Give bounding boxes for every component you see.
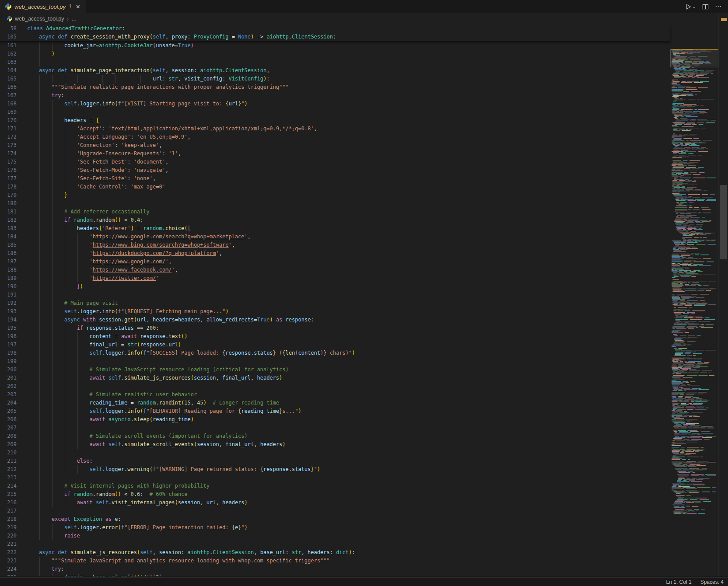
line-number[interactable]: 220 bbox=[0, 532, 17, 540]
code-line[interactable]: 216await self.visit_internal_pages(sessi… bbox=[0, 499, 670, 507]
line-number[interactable]: 197 bbox=[0, 341, 17, 349]
code-line[interactable]: 180 bbox=[0, 199, 670, 208]
code-line[interactable]: 221 bbox=[0, 540, 670, 548]
code-line[interactable]: 105async def create_session_with_proxy(s… bbox=[0, 33, 670, 41]
code-line[interactable]: 199 bbox=[0, 357, 670, 366]
line-number[interactable]: 190 bbox=[0, 283, 17, 291]
code-line[interactable]: 181# Add referrer occasionally bbox=[0, 208, 670, 216]
code-line[interactable]: 168self.logger.info(f"[VISIT] Starting p… bbox=[0, 100, 670, 108]
tab-web-access-tool[interactable]: web_access_tool.py 1 ✕ bbox=[0, 0, 86, 13]
code-line[interactable]: 185'https://www.bing.com/search?q=whop+s… bbox=[0, 241, 670, 249]
url-link[interactable]: https://www.facebook.com/ bbox=[93, 267, 172, 273]
line-number[interactable]: 164 bbox=[0, 66, 17, 75]
code-line[interactable]: 218except Exception as e: bbox=[0, 515, 670, 523]
line-number[interactable]: 201 bbox=[0, 374, 17, 382]
line-number[interactable]: 170 bbox=[0, 116, 17, 125]
breadcrumb-file[interactable]: web_access_tool.py bbox=[15, 16, 64, 22]
code-line[interactable]: 163 bbox=[0, 58, 670, 66]
line-number[interactable]: 204 bbox=[0, 399, 17, 407]
status-indentation[interactable]: Spaces: 4 bbox=[700, 579, 724, 585]
scrollbar-thumb[interactable] bbox=[720, 185, 727, 259]
code-lines[interactable]: 161cookie_jar=aiohttp.CookieJar(unsafe=T… bbox=[0, 42, 670, 577]
code-line[interactable]: 58class AdvancedTrafficGenerator: bbox=[0, 24, 670, 33]
code-line[interactable]: 187'https://www.google.com/', bbox=[0, 258, 670, 266]
code-line[interactable]: 184'https://www.google.com/search?q=whop… bbox=[0, 233, 670, 241]
line-number[interactable]: 212 bbox=[0, 465, 17, 474]
code-line[interactable]: 162) bbox=[0, 50, 670, 58]
line-number[interactable]: 174 bbox=[0, 150, 17, 158]
code-line[interactable]: 173'Connection': 'keep-alive', bbox=[0, 141, 670, 150]
code-line[interactable]: 191 bbox=[0, 291, 670, 299]
url-link[interactable]: https://www.bing.com/search?q=whop+softw… bbox=[93, 242, 229, 248]
line-number[interactable]: 171 bbox=[0, 125, 17, 133]
run-dropdown-chevron-icon[interactable]: ⌄ bbox=[693, 4, 696, 9]
line-number[interactable]: 216 bbox=[0, 499, 17, 507]
code-line[interactable]: 195if response.status == 200: bbox=[0, 324, 670, 332]
url-link[interactable]: https://duckduckgo.com/?q=whop+platform bbox=[93, 250, 216, 256]
line-number[interactable]: 178 bbox=[0, 183, 17, 191]
line-number[interactable]: 168 bbox=[0, 100, 17, 108]
code-editor[interactable]: 58class AdvancedTrafficGenerator:105asyn… bbox=[0, 24, 728, 577]
code-line[interactable]: 197final_url = str(response.url) bbox=[0, 341, 670, 349]
code-line[interactable]: 210 bbox=[0, 449, 670, 457]
line-number[interactable]: 199 bbox=[0, 357, 17, 366]
code-line[interactable]: 167try: bbox=[0, 91, 670, 100]
code-line[interactable]: 200# Simulate JavaScript resource loadin… bbox=[0, 366, 670, 374]
line-number[interactable]: 166 bbox=[0, 83, 17, 91]
code-line[interactable]: 220raise bbox=[0, 532, 670, 540]
code-line[interactable]: 194async with session.get(url, headers=h… bbox=[0, 316, 670, 324]
line-number[interactable]: 169 bbox=[0, 108, 17, 116]
split-editor-button[interactable] bbox=[702, 3, 709, 10]
line-number[interactable]: 188 bbox=[0, 266, 17, 274]
code-line[interactable]: 176'Sec-Fetch-Mode': 'navigate', bbox=[0, 166, 670, 174]
code-line[interactable]: 212self.logger.warning(f"[WARNING] Page … bbox=[0, 465, 670, 474]
line-number[interactable]: 173 bbox=[0, 141, 17, 150]
line-number[interactable]: 217 bbox=[0, 507, 17, 515]
code-line[interactable]: 224try: bbox=[0, 565, 670, 573]
line-number[interactable]: 206 bbox=[0, 415, 17, 424]
code-line[interactable]: 198self.logger.info(f"[SUCCESS] Page loa… bbox=[0, 349, 670, 357]
tab-close-icon[interactable]: ✕ bbox=[76, 4, 80, 10]
code-line[interactable]: 190]) bbox=[0, 283, 670, 291]
code-line[interactable]: 215if random.random() < 0.6: # 60% chanc… bbox=[0, 490, 670, 499]
line-number[interactable]: 208 bbox=[0, 432, 17, 440]
line-number[interactable]: 222 bbox=[0, 548, 17, 557]
line-number[interactable]: 203 bbox=[0, 391, 17, 399]
line-number[interactable]: 193 bbox=[0, 307, 17, 316]
line-number[interactable]: 215 bbox=[0, 490, 17, 499]
code-line[interactable]: 177'Sec-Fetch-Site': 'none', bbox=[0, 174, 670, 183]
code-line[interactable]: 170headers = { bbox=[0, 116, 670, 125]
line-number[interactable]: 161 bbox=[0, 42, 17, 50]
status-cursor-position[interactable]: Ln 1, Col 1 bbox=[666, 579, 692, 585]
line-number[interactable]: 172 bbox=[0, 133, 17, 141]
code-line[interactable]: 223"""Simulate JavaScript and analytics … bbox=[0, 557, 670, 565]
code-line[interactable]: 193self.logger.info(f"[REQUEST] Fetching… bbox=[0, 307, 670, 316]
line-number[interactable]: 187 bbox=[0, 258, 17, 266]
line-number[interactable]: 186 bbox=[0, 249, 17, 258]
line-number[interactable]: 207 bbox=[0, 424, 17, 432]
code-line[interactable]: 196content = await response.text() bbox=[0, 332, 670, 341]
code-line[interactable]: 204reading_time = random.randint(15, 45)… bbox=[0, 399, 670, 407]
code-line[interactable]: 174'Upgrade-Insecure-Requests': '1', bbox=[0, 150, 670, 158]
code-line[interactable]: 165url: str, visit_config: VisitConfig): bbox=[0, 75, 670, 83]
line-number[interactable]: 165 bbox=[0, 75, 17, 83]
code-line[interactable]: 219self.logger.error(f"[ERROR] Page inte… bbox=[0, 523, 670, 532]
line-number[interactable]: 221 bbox=[0, 540, 17, 548]
minimap[interactable] bbox=[670, 49, 718, 568]
line-number[interactable]: 182 bbox=[0, 216, 17, 224]
line-number[interactable]: 184 bbox=[0, 233, 17, 241]
code-line[interactable]: 217 bbox=[0, 507, 670, 515]
line-number[interactable]: 210 bbox=[0, 449, 17, 457]
line-number[interactable]: 180 bbox=[0, 199, 17, 208]
code-line[interactable]: 189'https://twitter.com/' bbox=[0, 274, 670, 283]
line-number[interactable]: 223 bbox=[0, 557, 17, 565]
code-line[interactable]: 205self.logger.info(f"[BEHAVIOR] Reading… bbox=[0, 407, 670, 415]
line-number[interactable]: 175 bbox=[0, 158, 17, 166]
line-number[interactable]: 176 bbox=[0, 166, 17, 174]
line-number[interactable]: 58 bbox=[0, 24, 17, 33]
line-number[interactable]: 196 bbox=[0, 332, 17, 341]
line-number[interactable]: 191 bbox=[0, 291, 17, 299]
code-line[interactable]: 207 bbox=[0, 424, 670, 432]
url-link[interactable]: https://twitter.com/ bbox=[93, 275, 156, 281]
code-line[interactable]: 192# Main page visit bbox=[0, 299, 670, 307]
